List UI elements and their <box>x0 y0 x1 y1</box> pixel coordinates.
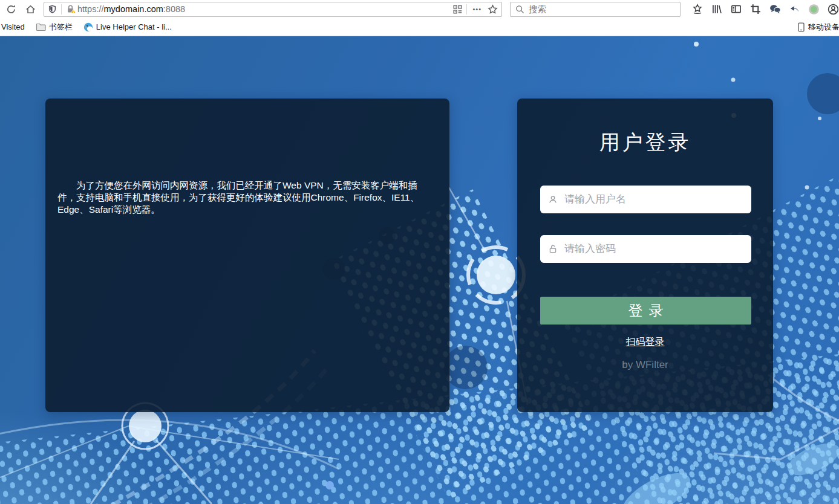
url-scheme: https:// <box>77 4 104 14</box>
bookmark-label: 书签栏 <box>49 22 73 33</box>
chat-bubbles-icon <box>769 4 781 15</box>
bookmark-star-icon[interactable] <box>488 4 498 15</box>
reload-button[interactable] <box>4 2 18 16</box>
green-dot-icon <box>808 4 820 15</box>
bookmark-item-live-helper-chat[interactable]: Live Helper Chat - li... <box>83 22 172 32</box>
account-person-icon <box>828 4 839 15</box>
star-tray-icon <box>692 4 703 15</box>
url-host: mydomain.com <box>104 4 163 14</box>
undo-arrow-icon <box>789 4 800 15</box>
bookmark-label: 移动设备上 <box>808 22 839 33</box>
library-button[interactable] <box>707 2 726 16</box>
url-bar[interactable]: https://mydomain.com:8088 ••• <box>44 2 502 17</box>
vpn-login-page: 为了方便您在外网访问内网资源，我们已经开通了Web VPN，无需安装客户端和插件… <box>0 36 839 504</box>
home-icon <box>25 4 36 15</box>
username-input[interactable] <box>540 186 751 213</box>
bird-favicon <box>83 22 93 32</box>
home-button[interactable] <box>23 2 38 16</box>
divider <box>466 4 467 15</box>
library-icon <box>711 4 722 15</box>
bookmark-item-visited[interactable]: Visited <box>1 22 25 31</box>
bookmark-label: Visited <box>1 22 25 31</box>
credit-text: by WFilter <box>517 359 773 371</box>
qr-code-icon[interactable] <box>453 5 462 14</box>
chat-extension-button[interactable] <box>765 2 785 16</box>
sidebar-icon <box>731 4 742 15</box>
login-panel: 用户登录 登录 扫码登录 by WFilter <box>517 99 773 412</box>
info-text: 为了方便您在外网访问内网资源，我们已经开通了Web VPN，无需安装客户端和插件… <box>57 179 435 216</box>
user-icon <box>548 195 558 204</box>
undo-extension-button[interactable] <box>785 2 804 16</box>
crop-icon <box>750 4 761 15</box>
bookmark-folder-mobile[interactable]: 移动设备上 <box>797 22 839 33</box>
browser-chrome: https://mydomain.com:8088 ••• <box>0 0 839 36</box>
search-bar[interactable]: 搜索 <box>510 2 681 17</box>
password-field-wrapper <box>540 235 751 263</box>
mobile-phone-icon <box>797 22 805 32</box>
url-port: :8088 <box>163 4 185 14</box>
screenshot-crop-button[interactable] <box>746 2 765 16</box>
search-placeholder: 搜索 <box>529 4 546 15</box>
info-panel: 为了方便您在外网访问内网资源，我们已经开通了Web VPN，无需安装客户端和插件… <box>45 99 449 412</box>
save-to-collection-button[interactable] <box>688 2 707 16</box>
tracking-protection-shield-icon[interactable] <box>48 5 57 14</box>
page-actions-icon[interactable]: ••• <box>471 6 483 13</box>
login-button[interactable]: 登录 <box>540 297 751 325</box>
lock-icon <box>548 244 558 254</box>
divider <box>61 4 62 15</box>
search-icon <box>515 5 524 14</box>
status-extension-button[interactable] <box>804 2 823 16</box>
reload-icon <box>6 4 16 15</box>
login-title: 用户登录 <box>517 129 773 157</box>
qr-login-link[interactable]: 扫码登录 <box>517 336 773 349</box>
bookmarks-bar: Visited 书签栏 Live Helper Chat - li... 移动设… <box>0 18 839 36</box>
folder-icon <box>36 22 46 31</box>
browser-toolbar: https://mydomain.com:8088 ••• <box>0 0 839 18</box>
username-field-wrapper <box>540 186 751 213</box>
account-button[interactable] <box>823 2 839 16</box>
bookmark-label: Live Helper Chat - li... <box>96 22 172 31</box>
password-input[interactable] <box>540 235 751 263</box>
insecure-lock-warning-icon[interactable] <box>66 4 76 14</box>
toolbar-extensions <box>688 2 839 16</box>
sidebar-toggle-button[interactable] <box>726 2 746 16</box>
bookmark-folder-toolbar[interactable]: 书签栏 <box>36 22 73 33</box>
url-text: https://mydomain.com:8088 <box>77 4 185 14</box>
